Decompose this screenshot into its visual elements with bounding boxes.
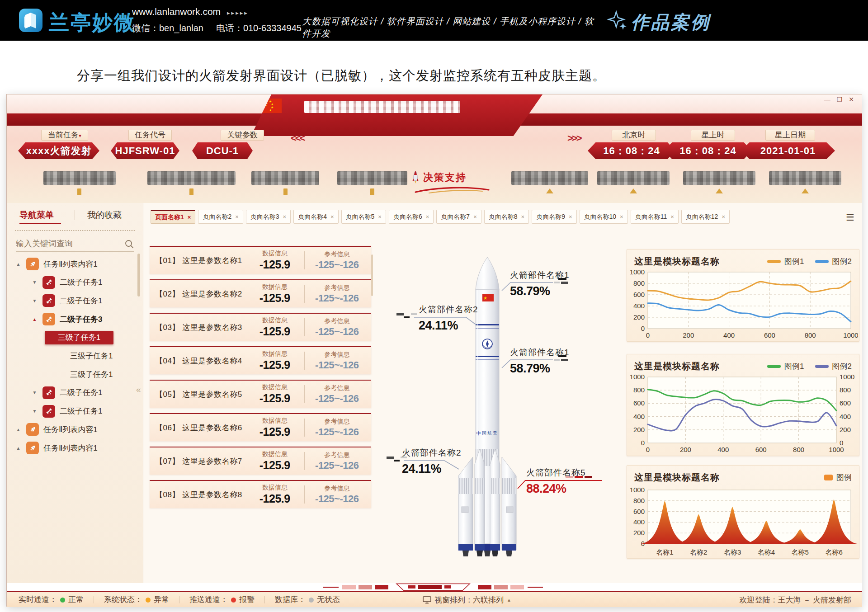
tree-item-任务Ⅱ列表内容1-10[interactable]: ▲任务Ⅱ列表内容1 — [7, 440, 143, 456]
status-value: 异常 — [154, 595, 169, 604]
chevron-up-icon[interactable]: ▲ — [15, 446, 22, 451]
tree-item-三级子任务1-6[interactable]: 三级子任务1 — [7, 367, 143, 382]
divider — [75, 210, 75, 220]
page-tab[interactable]: 页面名称3× — [246, 210, 291, 224]
page-tab[interactable]: 页面名称12× — [681, 210, 730, 224]
chevron-up-icon[interactable]: ▲ — [15, 262, 22, 267]
tree-item-任务Ⅱ列表内容1-0[interactable]: ▲任务Ⅱ列表内容1 — [7, 256, 143, 272]
chevron-down-icon[interactable]: ▼ — [31, 298, 38, 303]
status-value: 正常 — [68, 595, 84, 604]
monitor-icon — [423, 596, 431, 604]
page-tab[interactable]: 页面名称6× — [389, 210, 434, 224]
page-tab[interactable]: 页面名称10× — [580, 210, 628, 224]
page-tab-label: 页面名称10 — [584, 213, 617, 221]
tree-item-任务Ⅱ列表内容1-9[interactable]: ▲任务Ⅱ列表内容1 — [7, 422, 143, 437]
chevron-up-icon[interactable]: ▲ — [31, 317, 38, 322]
svg-text:800: 800 — [805, 331, 816, 339]
nav-item-blurred-3[interactable] — [251, 171, 319, 185]
nav-item-blurred-5[interactable] — [511, 171, 588, 185]
tab-close-icon[interactable]: × — [670, 213, 674, 220]
sidebar-collapse-icon[interactable]: « — [136, 385, 141, 395]
minimize-button[interactable]: — — [824, 96, 830, 103]
page-tab[interactable]: 页面名称8× — [484, 210, 529, 224]
nav-item-blurred-4[interactable] — [337, 171, 407, 185]
tree-item-selected[interactable]: 三级子任务1 — [45, 331, 113, 344]
intro-text: 分享一组我们设计的火箭发射界面设计（已脱敏），这个发射监控系统有五种皮肤主题。 — [77, 67, 606, 85]
tree-item-二级子任务1-8[interactable]: ▼二级子任务1 — [7, 404, 143, 419]
chevron-down-icon[interactable]: ▼ — [31, 390, 38, 395]
page-tab[interactable]: 页面名称1× — [151, 210, 195, 224]
tab-list-menu-icon[interactable]: ☰ — [846, 212, 854, 223]
nav-item-blurred-7[interactable] — [683, 171, 755, 185]
portfolio-link[interactable]: 作品案例 — [631, 10, 711, 35]
parameter-card: 【08】 这里是参数名称8数据信息-125.9参考信息-125~-126 — [150, 480, 371, 508]
page-tab[interactable]: 页面名称5× — [341, 210, 386, 224]
tree-item-label: 二级子任务1 — [60, 387, 102, 398]
nav-item-blurred-1[interactable] — [43, 171, 116, 185]
sat-time-label: 星上时 — [691, 130, 735, 141]
tree-item-二级子任务1-1[interactable]: ▼二级子任务1 — [7, 275, 143, 290]
tab-close-icon[interactable]: × — [330, 213, 334, 220]
tree-item-二级子任务1-2[interactable]: ▼二级子任务1 — [7, 293, 143, 308]
parameter-scrollbar-thumb[interactable] — [371, 254, 373, 296]
chevron-down-icon[interactable]: ▼ — [31, 409, 38, 414]
tab-close-icon[interactable]: × — [378, 213, 382, 220]
param-data-block: 数据信息-125.9 — [249, 250, 301, 271]
tree-item-三级子任务1-5[interactable]: 三级子任务1 — [7, 348, 143, 364]
tree-item-label: 二级子任务1 — [60, 277, 102, 287]
page-tab[interactable]: 页面名称2× — [198, 210, 243, 224]
nav-item-blurred-2[interactable] — [147, 171, 236, 185]
chart-module-card: 这里是模块标题名称图例1图例20020020040040060060080080… — [627, 354, 859, 456]
page-tab[interactable]: 页面名称11× — [631, 210, 679, 224]
legend-marker-icon — [815, 260, 829, 263]
sidebar-tab-favorites[interactable]: 我的收藏 — [87, 209, 122, 221]
sidebar-scrollbar-thumb[interactable] — [137, 254, 140, 297]
tree-item-三级子任务1-4[interactable]: 三级子任务1 — [7, 330, 143, 345]
legend-marker-icon — [815, 365, 829, 368]
sidebar-tab-navigation[interactable]: 导航菜单 — [19, 209, 54, 221]
page-tab-label: 页面名称5 — [346, 213, 375, 221]
search-input[interactable] — [16, 239, 124, 249]
tab-close-icon[interactable]: × — [283, 213, 287, 220]
maximize-button[interactable]: ❐ — [837, 96, 843, 103]
status-dot-icon — [231, 598, 236, 603]
tab-close-icon[interactable]: × — [620, 213, 623, 220]
site-url-text: www.lanlanwork.com — [132, 6, 221, 17]
page-tab-label: 页面名称8 — [489, 213, 518, 221]
page-tab[interactable]: 页面名称4× — [293, 210, 338, 224]
page-tab[interactable]: 页面名称7× — [436, 210, 481, 224]
page-tab[interactable]: 页面名称9× — [532, 210, 576, 224]
tab-close-icon[interactable]: × — [426, 213, 429, 220]
tab-close-icon[interactable]: × — [569, 213, 572, 220]
wechat-text: 微信：ben_lanlan — [132, 22, 203, 34]
nav-item-blurred-6[interactable] — [597, 171, 670, 185]
site-header: 兰亭妙微 www.lanlanwork.com▸▸▸▸▸ 微信：ben_lanl… — [0, 0, 868, 41]
task-tree: ▲任务Ⅱ列表内容1▼二级子任务1▼二级子任务1▲二级子任务3三级子任务1三级子任… — [7, 248, 143, 574]
chevron-down-icon[interactable]: ▼ — [31, 280, 38, 285]
tab-close-icon[interactable]: × — [722, 213, 725, 220]
page-tab-label: 页面名称4 — [298, 213, 327, 221]
nav-indicator-triangle — [716, 188, 723, 193]
close-button[interactable]: ✕ — [849, 96, 854, 103]
tab-close-icon[interactable]: × — [235, 213, 239, 220]
search-icon[interactable] — [124, 239, 134, 249]
window-layout-selector[interactable]: 视窗排列：六联排列 ▲ — [423, 592, 511, 608]
caret-down-icon: ▾ — [79, 132, 81, 139]
phone-text: 电话：010-63334945 — [216, 22, 302, 34]
legend-label: 图例1 — [784, 256, 804, 267]
footer-ornament-strip — [7, 583, 862, 591]
chart-plot: 02004006008001000名称1名称2名称3名称4名称5名称6 — [627, 485, 858, 557]
tab-close-icon[interactable]: × — [521, 213, 525, 220]
svg-text:600: 600 — [633, 508, 645, 515]
param-data-label: 数据信息 — [249, 417, 301, 425]
chart-title: 这里是模块标题名称 — [634, 255, 720, 268]
nav-item-decision-support[interactable]: 决策支持 — [411, 170, 467, 185]
tab-close-icon[interactable]: × — [473, 213, 477, 220]
chevron-up-icon[interactable]: ▲ — [15, 427, 22, 432]
tree-item-二级子任务1-7[interactable]: ▼二级子任务1 — [7, 385, 143, 400]
tab-close-icon[interactable]: × — [188, 214, 191, 221]
parameter-card: 【01】 这里是参数名称1数据信息-125.9参考信息-125~-126 — [150, 246, 371, 274]
nav-indicator — [370, 188, 374, 195]
nav-item-blurred-8[interactable] — [769, 171, 841, 185]
tree-item-二级子任务3-3[interactable]: ▲二级子任务3 — [7, 311, 143, 327]
